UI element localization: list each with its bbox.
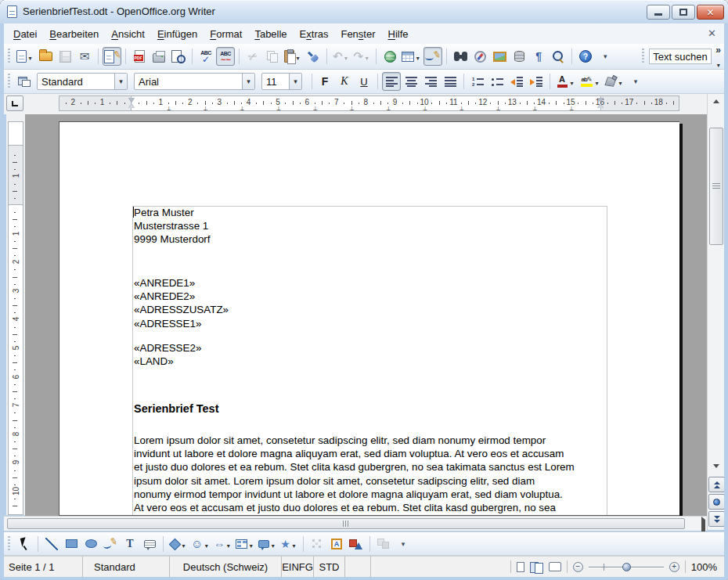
document-line[interactable]: Petra Muster [134,206,194,219]
document-line[interactable]: 9999 Musterdorf [134,232,211,246]
toolbar-options-button[interactable] [626,72,645,91]
document-line[interactable]: «ANREDE2» [134,290,195,303]
status-page-style[interactable]: Standard [83,557,170,577]
callouts-button[interactable] [257,535,278,553]
vertical-scrollbar[interactable] [707,94,724,530]
italic-button[interactable]: K [335,72,354,91]
toolbar-grip[interactable] [7,49,11,64]
dropdown-arrow-icon[interactable] [247,537,254,551]
menu-item-datei[interactable]: Datei [7,26,43,42]
menu-item-bearbeiten[interactable]: Bearbeiten [43,26,105,42]
dropdown-arrow-icon[interactable] [290,537,297,551]
toolbar-more-icon[interactable] [715,42,721,56]
status-extra-1[interactable] [345,557,371,577]
status-insert-mode[interactable]: EINFG [282,557,314,577]
document-line[interactable]: «ADRESSZUSATZ» [134,303,229,316]
edit-file-button[interactable] [103,47,121,66]
document-page[interactable]: Petra MusterMusterstrasse 19999 Musterdo… [59,121,679,516]
paragraph-style-combo[interactable]: Standard [37,73,128,90]
document-line[interactable]: et justo duo dolores et ea rebum. Stet c… [134,460,575,474]
format-paintbrush-button[interactable] [304,47,323,66]
align-right-button[interactable] [421,72,440,91]
toolbar-grip[interactable] [7,536,11,552]
document-line[interactable]: «ANREDE1» [134,276,195,290]
text-box-button[interactable] [121,535,139,553]
status-page[interactable]: Seite 1 / 1 [4,557,83,577]
menu-item-format[interactable]: Format [204,26,248,42]
document-line[interactable]: At vero eos et accusam et justo duo dolo… [134,501,556,514]
font-size-combo[interactable]: 11 [261,73,302,90]
flowchart-button[interactable] [234,535,256,553]
zoom-slider[interactable] [589,562,664,572]
new-document-button[interactable] [15,47,35,66]
fontwork-gallery-button[interactable] [327,535,346,553]
open-folder-button[interactable] [36,47,55,66]
maximize-button[interactable] [672,5,695,20]
next-page-button[interactable] [708,511,725,527]
dropdown-arrow-icon[interactable] [617,74,624,88]
highlighting-button[interactable] [578,72,602,91]
dropdown-arrow-icon[interactable] [593,74,600,88]
title-bar[interactable]: SerienbriefTest.odt - OpenOffice.org Wri… [0,0,728,23]
basic-shapes-button[interactable] [168,535,189,553]
dropdown-arrow-icon[interactable] [180,537,187,551]
rectangle-button[interactable] [62,535,81,553]
dropdown-arrow-icon[interactable] [363,49,370,63]
paste-button[interactable] [283,47,303,66]
menu-item-tabelle[interactable]: Tabelle [248,26,293,42]
freeform-line-button[interactable] [101,535,120,553]
document-heading[interactable]: Serienbrief Test [134,402,219,415]
navigator-button[interactable] [470,47,489,66]
line-button[interactable] [42,535,61,553]
symbol-shapes-button[interactable] [189,535,211,553]
menu-item-hilfe[interactable]: Hilfe [382,26,415,42]
dropdown-arrow-icon[interactable] [343,49,350,63]
close-button[interactable]: ✕ [697,5,724,20]
single-page-view-button[interactable] [517,562,524,572]
minimize-button[interactable] [647,5,670,20]
document-workspace[interactable]: Petra MusterMusterstrasse 19999 Musterdo… [25,114,707,516]
export-pdf-button[interactable] [130,47,149,66]
close-document-icon[interactable]: ✕ [708,27,716,39]
dropdown-arrow-icon[interactable] [717,56,720,70]
toolbar-options-button[interactable] [596,47,614,66]
status-extra-2[interactable] [371,557,397,577]
dropdown-arrow-icon[interactable] [114,74,127,89]
previous-page-button[interactable] [708,477,725,492]
book-view-button[interactable] [549,562,561,571]
menu-item-fenster[interactable]: Fenster [334,26,381,42]
align-left-button[interactable] [382,72,401,91]
extrusion-toggle-button[interactable] [347,535,366,553]
bullet-list-button[interactable] [488,72,506,91]
align-center-button[interactable] [402,72,420,91]
stars-button[interactable] [279,535,299,553]
gallery-button[interactable] [490,47,509,66]
vertical-scrollbar-thumb[interactable] [709,128,723,245]
document-line[interactable]: «ADRESSE2» [134,341,201,355]
background-color-button[interactable] [603,72,625,91]
font-color-button[interactable] [554,72,577,91]
email-button[interactable] [75,47,94,66]
document-line[interactable]: «LAND» [134,355,174,368]
decrease-indent-button[interactable] [507,72,526,91]
menu-item-ansicht[interactable]: Ansicht [105,26,151,42]
zoom-slider-thumb[interactable] [622,563,631,571]
dropdown-arrow-icon[interactable] [289,74,301,89]
horizontal-scrollbar[interactable] [4,516,707,531]
toolbar-grip[interactable] [641,49,645,64]
document-line[interactable]: «ADRESSE1» [134,317,201,330]
document-line[interactable]: nonumy eirmod tempor invidunt ut labore … [134,488,563,501]
scroll-up-button[interactable] [708,95,724,107]
find-text-input[interactable] [649,49,712,64]
dropdown-arrow-icon[interactable] [242,74,254,89]
auto-spellcheck-button[interactable] [216,47,235,66]
formatting-marks-button[interactable] [529,47,548,66]
find-replace-button[interactable] [451,47,470,66]
dropdown-arrow-icon[interactable] [203,537,210,551]
document-line[interactable]: invidunt ut labore et dolore magna aliqu… [134,447,564,460]
status-selection-mode[interactable]: STD [314,557,345,577]
table-button[interactable] [400,47,423,66]
zoom-level[interactable]: 100% [691,561,722,573]
draw-functions-button[interactable] [423,47,442,66]
document-line[interactable]: Lorem ipsum dolor sit amet, consetetur s… [134,434,546,447]
